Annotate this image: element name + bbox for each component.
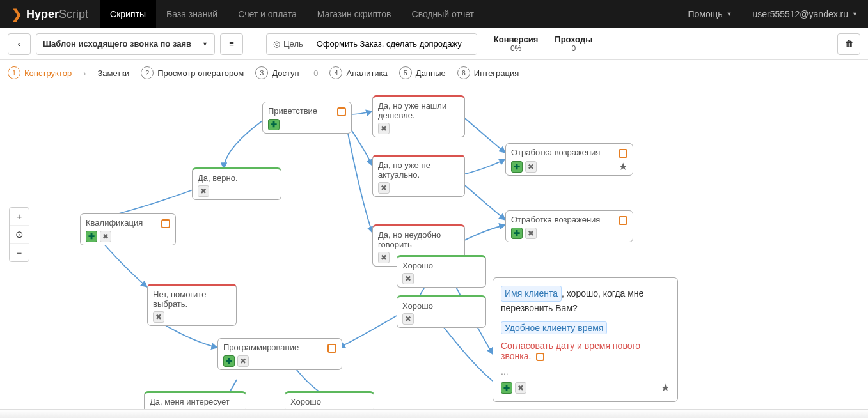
- breadcrumb-tabs: 1Конструктор › Заметки 2Просмотр операто…: [0, 60, 868, 86]
- add-icon[interactable]: ✚: [223, 355, 235, 367]
- goal-label: ◎ Цель: [267, 34, 310, 54]
- delete-button[interactable]: 🗑: [837, 33, 860, 55]
- nav-kb[interactable]: База знаний: [156, 0, 228, 28]
- nav-report[interactable]: Сводный отчет: [402, 0, 484, 28]
- goal-group: ◎ Цель: [266, 33, 477, 55]
- zoom-controls: + ⊙ −: [9, 207, 29, 262]
- logo-text-1: Hyper: [26, 8, 59, 21]
- checkbox-icon[interactable]: [327, 344, 336, 353]
- node-ok-1[interactable]: Хорошо ✖: [397, 255, 486, 288]
- close-icon[interactable]: ✖: [198, 185, 209, 197]
- task-text: Согласовать дату и время нового звонка.: [501, 341, 640, 361]
- close-icon[interactable]: ✖: [378, 182, 390, 194]
- metric-conversion: Конверсия 0%: [494, 35, 539, 53]
- zoom-in-button[interactable]: +: [10, 208, 29, 226]
- add-icon[interactable]: ✚: [86, 231, 97, 242]
- close-icon[interactable]: ✖: [378, 252, 390, 263]
- close-icon[interactable]: ✖: [515, 382, 526, 394]
- close-icon[interactable]: ✖: [525, 228, 537, 239]
- checkbox-icon[interactable]: [161, 219, 170, 228]
- node-ok-2[interactable]: Хорошо ✖: [397, 295, 486, 328]
- scrollbar[interactable]: [0, 409, 868, 418]
- node-qualification[interactable]: Квалификация ✚✖: [80, 213, 176, 245]
- node-greeting[interactable]: Приветствие ✚: [262, 102, 352, 134]
- zoom-out-button[interactable]: −: [10, 244, 29, 261]
- toolbar: ‹ Шаблон исходящего звонка по заяв ▼ ≡ ◎…: [0, 28, 868, 60]
- close-icon[interactable]: ✖: [378, 123, 390, 134]
- nav-help[interactable]: Помощь▼: [677, 0, 742, 28]
- chevron-down-icon: ▼: [202, 41, 208, 47]
- flow-canvas[interactable]: + ⊙ − Приветствие ✚ Да, но уже нашли деш…: [0, 86, 868, 418]
- tab-notes[interactable]: Заметки: [97, 68, 129, 78]
- add-icon[interactable]: ✚: [511, 161, 523, 173]
- variable-chip[interactable]: Имя клиента: [501, 286, 562, 302]
- checkbox-icon[interactable]: [337, 107, 346, 116]
- node-programming[interactable]: Программирование ✚✖: [217, 338, 342, 370]
- star-icon[interactable]: ★: [661, 382, 670, 394]
- trash-icon: 🗑: [845, 39, 853, 49]
- tab-integration[interactable]: 6Интеграция: [457, 66, 519, 79]
- menu-button[interactable]: ≡: [220, 33, 243, 55]
- logo-text-2: Script: [59, 8, 88, 21]
- chevron-down-icon: ▼: [852, 11, 858, 17]
- chevron-down-icon: ▼: [727, 11, 732, 17]
- template-label: Шаблон исходящего звонка по заяв: [43, 39, 191, 49]
- node-cheaper[interactable]: Да, но уже нашли дешевле. ✖: [372, 95, 465, 137]
- node-detail-panel[interactable]: Имя клиента, хорошо, когда мне перезвони…: [493, 277, 678, 402]
- logo-chevron-icon: ❯: [12, 6, 22, 22]
- node-objection-1[interactable]: Отработка возражения ✚✖★: [505, 143, 633, 176]
- checkbox-icon[interactable]: [536, 353, 544, 361]
- checkbox-icon[interactable]: [619, 216, 627, 225]
- close-icon[interactable]: ✖: [100, 231, 111, 242]
- add-icon[interactable]: ✚: [511, 228, 523, 239]
- nav-user[interactable]: user555512@yandex.ru▼: [742, 0, 868, 28]
- target-icon: ◎: [273, 39, 280, 49]
- nav-right: Помощь▼ user555512@yandex.ru▼: [677, 0, 868, 28]
- goal-input[interactable]: [310, 34, 477, 54]
- node-help-choose[interactable]: Нет, помогите выбрать. ✖: [147, 284, 237, 326]
- metric-passes: Проходы 0: [555, 35, 592, 53]
- close-icon[interactable]: ✖: [402, 313, 414, 325]
- node-not-relevant[interactable]: Да, но уже не актуально. ✖: [372, 155, 465, 197]
- zoom-center-button[interactable]: ⊙: [10, 226, 29, 244]
- template-select[interactable]: Шаблон исходящего звонка по заяв ▼: [36, 33, 215, 55]
- tab-data[interactable]: 5Данные: [399, 66, 446, 79]
- tab-access[interactable]: 3Доступ — 0: [255, 66, 318, 79]
- checkbox-icon[interactable]: [619, 149, 627, 158]
- nav-store[interactable]: Магазин скриптов: [307, 0, 402, 28]
- add-icon[interactable]: ✚: [268, 119, 280, 130]
- tab-preview[interactable]: 2Просмотр оператором: [141, 66, 244, 79]
- node-yes-correct[interactable]: Да, верно. ✖: [192, 167, 281, 200]
- nav-scripts[interactable]: Скрипты: [100, 0, 156, 28]
- nav-items: Скрипты База знаний Счет и оплата Магази…: [100, 0, 484, 28]
- more-indicator: ...: [501, 366, 670, 376]
- logo[interactable]: ❯ HyperScript: [0, 6, 100, 22]
- top-nav: ❯ HyperScript Скрипты База знаний Счет и…: [0, 0, 868, 28]
- back-button[interactable]: ‹: [8, 33, 31, 55]
- chevron-right-icon: ›: [83, 68, 86, 78]
- tab-constructor[interactable]: 1Конструктор: [8, 66, 72, 79]
- close-icon[interactable]: ✖: [153, 311, 164, 323]
- close-icon[interactable]: ✖: [402, 273, 414, 284]
- variable-chip[interactable]: Удобное клиенту время: [501, 321, 607, 334]
- tab-analytics[interactable]: 4Аналитика: [329, 66, 387, 79]
- add-icon[interactable]: ✚: [501, 382, 512, 394]
- node-objection-2[interactable]: Отработка возражения ✚✖: [505, 210, 633, 242]
- close-icon[interactable]: ✖: [525, 161, 537, 173]
- star-icon[interactable]: ★: [619, 160, 627, 173]
- nav-billing[interactable]: Счет и оплата: [228, 0, 307, 28]
- close-icon[interactable]: ✖: [237, 355, 249, 367]
